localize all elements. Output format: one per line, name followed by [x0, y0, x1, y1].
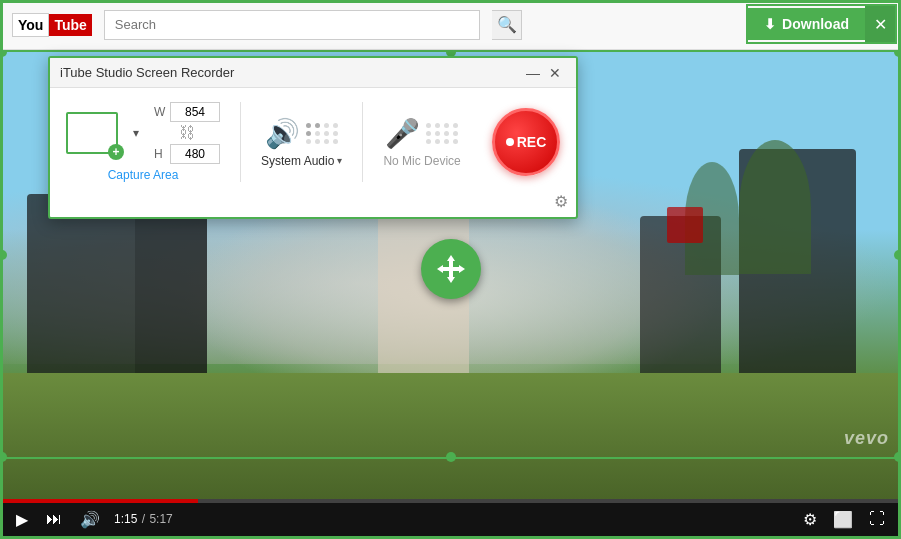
system-audio-label[interactable]: System Audio ▾ [261, 154, 342, 168]
next-button[interactable]: ⏭ [42, 508, 66, 530]
mic-dot-4 [453, 123, 458, 128]
link-icon[interactable]: ⛓ [154, 124, 220, 142]
mic-dot-12 [453, 139, 458, 144]
mic-dot-5 [426, 131, 431, 136]
capture-area-label[interactable]: Capture Area [108, 168, 179, 182]
height-label: H [154, 147, 166, 161]
recorder-titlebar: iTube Studio Screen Recorder — ✕ [50, 58, 576, 88]
download-close-button[interactable]: ✕ [865, 6, 895, 42]
dot-6 [315, 131, 320, 136]
height-row: H [154, 144, 220, 164]
minimize-icon: — [526, 65, 540, 81]
mic-label[interactable]: No Mic Device [383, 154, 460, 168]
mic-icon: 🎤 [385, 117, 420, 150]
download-area: ⬇ Download ✕ [746, 4, 897, 44]
mic-dot-3 [444, 123, 449, 128]
dot-2 [315, 123, 320, 128]
time-total: 5:17 [149, 512, 172, 526]
capture-dropdown-button[interactable]: ▾ [124, 121, 148, 145]
download-button[interactable]: ⬇ Download [748, 8, 865, 40]
fullscreen-button[interactable]: ⛶ [865, 508, 889, 530]
time-display: 1:15 / 5:17 [114, 512, 173, 526]
progress-bar-wrap[interactable] [0, 499, 901, 503]
mic-dot-11 [444, 139, 449, 144]
mic-dot-10 [435, 139, 440, 144]
rec-button[interactable]: REC [492, 108, 560, 176]
mic-section: 🎤 No Mi [383, 117, 460, 168]
vevo-watermark: vevo [844, 428, 889, 449]
capture-controls: + ▾ W ⛓ H [66, 102, 220, 164]
mic-dot-8 [453, 131, 458, 136]
theater-icon: ⬜ [833, 510, 853, 529]
dot-10 [315, 139, 320, 144]
width-label: W [154, 105, 166, 119]
audio-icon-row: 🔊 [265, 117, 339, 150]
tree-right [739, 140, 811, 275]
divider-1 [240, 102, 241, 182]
theater-button[interactable]: ⬜ [829, 508, 857, 531]
mic-dot-2 [435, 123, 440, 128]
divider-2 [362, 102, 363, 182]
search-icon: 🔍 [497, 15, 517, 34]
recorder-title: iTube Studio Screen Recorder [60, 65, 522, 80]
width-input[interactable] [170, 102, 220, 122]
system-audio-section: 🔊 System Audio ▾ [261, 117, 342, 168]
search-button[interactable]: 🔍 [492, 10, 522, 40]
recorder-close-button[interactable]: ✕ [544, 64, 566, 82]
audio-dots [306, 123, 339, 144]
play-icon: ▶ [16, 510, 28, 529]
mic-label-text: No Mic Device [383, 154, 460, 168]
time-current: 1:15 [114, 512, 137, 526]
mic-icon-row: 🎤 [385, 117, 459, 150]
move-handle[interactable] [421, 239, 481, 299]
capture-section: + ▾ W ⛓ H Capture Area [66, 102, 220, 182]
capture-box[interactable]: + [66, 112, 118, 154]
close-icon: ✕ [874, 15, 887, 34]
play-button[interactable]: ▶ [12, 508, 32, 531]
search-input[interactable] [104, 10, 481, 40]
recorder-minimize-button[interactable]: — [522, 64, 544, 82]
width-row: W [154, 102, 220, 122]
logo-tube: Tube [49, 14, 91, 36]
download-label: Download [782, 16, 849, 32]
mic-dots [426, 123, 459, 144]
dot-11 [324, 139, 329, 144]
dot-4 [333, 123, 338, 128]
youtube-logo: YouTube [12, 13, 92, 37]
download-icon: ⬇ [764, 16, 776, 32]
height-input[interactable] [170, 144, 220, 164]
rec-label: REC [517, 134, 547, 150]
capture-add-icon: + [108, 144, 124, 160]
rec-dot [506, 138, 514, 146]
volume-button[interactable]: 🔊 [76, 508, 104, 531]
dot-5 [306, 131, 311, 136]
dot-7 [324, 131, 329, 136]
gear-icon: ⚙ [554, 193, 568, 210]
recorder-settings-row: ⚙ [50, 192, 576, 217]
svg-rect-5 [441, 267, 461, 271]
dot-12 [333, 139, 338, 144]
dot-8 [333, 131, 338, 136]
dot-3 [324, 123, 329, 128]
next-icon: ⏭ [46, 510, 62, 528]
time-sep: / [138, 512, 148, 526]
settings-icon: ⚙ [803, 510, 817, 529]
mic-dot-1 [426, 123, 431, 128]
recorder-settings-button[interactable]: ⚙ [554, 192, 568, 211]
scene-ground [0, 373, 901, 499]
speaker-icon: 🔊 [265, 117, 300, 150]
system-audio-text: System Audio [261, 154, 334, 168]
logo-you: You [12, 13, 49, 37]
mic-dot-9 [426, 139, 431, 144]
recorder-panel: iTube Studio Screen Recorder — ✕ + ▾ W ⛓ [48, 56, 578, 219]
youtube-topbar: YouTube 🔍 ⬇ Download ✕ [0, 0, 901, 50]
dot-9 [306, 139, 311, 144]
chevron-down-icon: ▾ [337, 155, 342, 166]
fullscreen-icon: ⛶ [869, 510, 885, 528]
stop-sign [667, 207, 703, 243]
settings-button[interactable]: ⚙ [799, 508, 821, 531]
mic-dot-7 [444, 131, 449, 136]
mic-dot-6 [435, 131, 440, 136]
progress-bar-fill [0, 499, 198, 503]
wh-inputs: W ⛓ H [154, 102, 220, 164]
